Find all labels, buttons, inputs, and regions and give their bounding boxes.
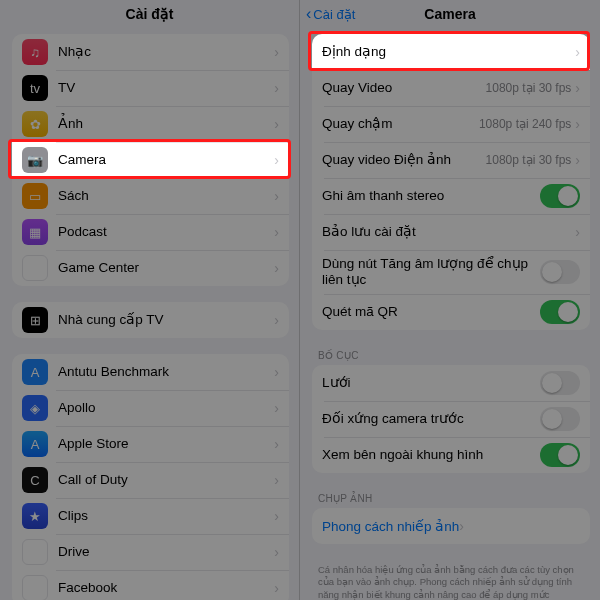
chevron-left-icon: ‹ [306, 6, 311, 22]
detail-row: Đối xứng camera trước [312, 401, 590, 437]
drive-icon: ▲ [22, 539, 48, 565]
detail-row: Lưới [312, 365, 590, 401]
left-navbar: Cài đặt [0, 0, 299, 28]
tv-icon: tv [22, 75, 48, 101]
right-title: Camera [424, 6, 475, 22]
row-label: TV [58, 80, 274, 96]
settings-detail-pane: ‹ Cài đặt Camera Định dạng›Quay Video108… [300, 0, 600, 600]
tvprovider-icon: ⊞ [22, 307, 48, 333]
settings-row-nhà-cung-cấp-tv[interactable]: ⊞Nhà cung cấp TV› [12, 302, 289, 338]
chevron-right-icon: › [274, 224, 279, 240]
settings-row-drive[interactable]: ▲Drive› [12, 534, 289, 570]
chevron-right-icon: › [575, 116, 580, 132]
chevron-right-icon: › [274, 116, 279, 132]
section-footer: Cá nhân hóa hiệu ứng của ảnh bằng cách đ… [312, 560, 590, 600]
row-label: Quay chậm [322, 116, 479, 132]
settings-row-camera[interactable]: 📷Camera› [12, 142, 289, 178]
left-title: Cài đặt [126, 6, 174, 22]
row-label: Lưới [322, 375, 540, 391]
chevron-right-icon: › [274, 80, 279, 96]
chevron-right-icon: › [274, 364, 279, 380]
music-icon: ♫ [22, 39, 48, 65]
settings-row-facebook[interactable]: fFacebook› [12, 570, 289, 600]
fb-icon: f [22, 575, 48, 600]
row-value: 1080p tại 30 fps [486, 153, 572, 167]
photos-icon: ✿ [22, 111, 48, 137]
toggle-switch[interactable] [540, 300, 580, 324]
books-icon: ▭ [22, 183, 48, 209]
back-label: Cài đặt [313, 7, 355, 22]
settings-row-sách[interactable]: ▭Sách› [12, 178, 289, 214]
settings-row-antutu-benchmark[interactable]: AAntutu Benchmark› [12, 354, 289, 390]
row-label: Quét mã QR [322, 304, 540, 320]
row-label: Đối xứng camera trước [322, 411, 540, 427]
row-label: Quay Video [322, 80, 486, 96]
toggle-switch[interactable] [540, 184, 580, 208]
right-navbar: ‹ Cài đặt Camera [300, 0, 600, 28]
row-label: Apollo [58, 400, 274, 416]
chevron-right-icon: › [274, 472, 279, 488]
row-label: Bảo lưu cài đặt [322, 224, 575, 240]
row-label: Phong cách nhiếp ảnh [322, 518, 459, 534]
chevron-right-icon: › [575, 152, 580, 168]
chevron-right-icon: › [274, 188, 279, 204]
settings-row-podcast[interactable]: ▦Podcast› [12, 214, 289, 250]
chevron-right-icon: › [274, 152, 279, 168]
row-label: Podcast [58, 224, 274, 240]
camera-icon: 📷 [22, 147, 48, 173]
detail-row[interactable]: Quay video Điện ảnh1080p tại 30 fps› [312, 142, 590, 178]
toggle-switch[interactable] [540, 407, 580, 431]
settings-row-ảnh[interactable]: ✿Ảnh› [12, 106, 289, 142]
row-label: Facebook [58, 580, 274, 596]
settings-row-clips[interactable]: ★Clips› [12, 498, 289, 534]
appstore-icon: A [22, 431, 48, 457]
detail-row[interactable]: Định dạng› [312, 34, 590, 70]
row-label: Drive [58, 544, 274, 560]
settings-row-call-of-duty[interactable]: CCall of Duty› [12, 462, 289, 498]
antutu-icon: A [22, 359, 48, 385]
row-label: Nhà cung cấp TV [58, 312, 274, 328]
settings-row-game-center[interactable]: ●●Game Center› [12, 250, 289, 286]
chevron-right-icon: › [274, 436, 279, 452]
clips-icon: ★ [22, 503, 48, 529]
toggle-switch[interactable] [540, 260, 580, 284]
chevron-right-icon: › [274, 400, 279, 416]
row-label: Call of Duty [58, 472, 274, 488]
row-label: Nhạc [58, 44, 274, 60]
row-label: Định dạng [322, 44, 575, 60]
row-label: Game Center [58, 260, 274, 276]
chevron-right-icon: › [274, 580, 279, 596]
detail-row[interactable]: Bảo lưu cài đặt› [312, 214, 590, 250]
toggle-switch[interactable] [540, 443, 580, 467]
row-value: 1080p tại 240 fps [479, 117, 571, 131]
row-label: Sách [58, 188, 274, 204]
detail-row: Dùng nút Tăng âm lượng để chụp liên tục [312, 250, 590, 294]
settings-row-nhạc[interactable]: ♫Nhạc› [12, 34, 289, 70]
apollo-icon: ◈ [22, 395, 48, 421]
podcast-icon: ▦ [22, 219, 48, 245]
toggle-switch[interactable] [540, 371, 580, 395]
settings-row-apollo[interactable]: ◈Apollo› [12, 390, 289, 426]
chevron-right-icon: › [274, 312, 279, 328]
detail-row[interactable]: Phong cách nhiếp ảnh› [312, 508, 590, 544]
detail-row[interactable]: Quay Video1080p tại 30 fps› [312, 70, 590, 106]
row-label: Dùng nút Tăng âm lượng để chụp liên tục [322, 256, 540, 288]
row-label: Apple Store [58, 436, 274, 452]
back-button[interactable]: ‹ Cài đặt [306, 6, 355, 22]
settings-master-pane: Cài đặt ♫Nhạc›tvTV›✿Ảnh›📷Camera›▭Sách›▦P… [0, 0, 300, 600]
gamecenter-icon: ●● [22, 255, 48, 281]
detail-row: Xem bên ngoài khung hình [312, 437, 590, 473]
chevron-right-icon: › [575, 44, 580, 60]
row-label: Antutu Benchmark [58, 364, 274, 380]
row-label: Clips [58, 508, 274, 524]
row-label: Ảnh [58, 116, 274, 132]
chevron-right-icon: › [575, 80, 580, 96]
row-label: Quay video Điện ảnh [322, 152, 486, 168]
cod-icon: C [22, 467, 48, 493]
settings-row-tv[interactable]: tvTV› [12, 70, 289, 106]
detail-row: Ghi âm thanh stereo [312, 178, 590, 214]
detail-row[interactable]: Quay chậm1080p tại 240 fps› [312, 106, 590, 142]
settings-row-apple-store[interactable]: AApple Store› [12, 426, 289, 462]
row-label: Ghi âm thanh stereo [322, 188, 540, 204]
row-label: Xem bên ngoài khung hình [322, 447, 540, 463]
